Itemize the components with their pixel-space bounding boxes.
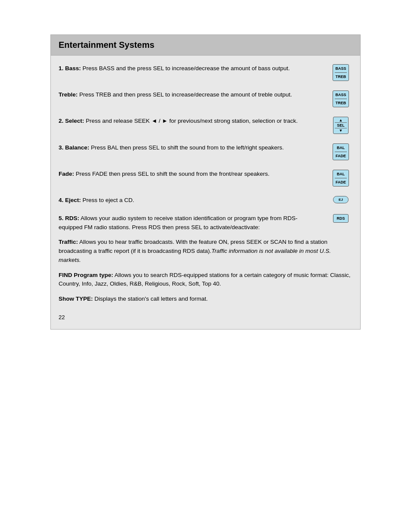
eject-button[interactable]: EJ	[333, 196, 349, 203]
treble-label: Treble:	[59, 91, 78, 98]
divider2	[335, 99, 347, 99]
rds-button[interactable]: RDS	[333, 214, 349, 223]
find-label: FIND Program type:	[59, 272, 113, 278]
bass-desc: Press BASS and the press SEL to increase…	[81, 65, 290, 72]
item-rds-text: 5. RDS: Allows your audio system to rece…	[59, 214, 329, 232]
sel-down-arrow[interactable]: ▼	[339, 128, 343, 133]
treble-desc: Press TREB and then press SEL to increas…	[78, 91, 292, 98]
item-treble-text: Treble: Press TREB and then press SEL to…	[59, 90, 329, 99]
divider3	[335, 152, 347, 152]
bal-button-2[interactable]: BAL	[334, 171, 348, 177]
section-title: Entertainment Systems	[59, 40, 352, 50]
sel-group: ▲ SEL ▼	[333, 117, 349, 134]
sel-label-btn[interactable]: SEL	[335, 122, 347, 128]
eject-number: 4.	[59, 197, 65, 203]
bal-fade-group-1: BAL FADE	[333, 143, 349, 160]
item-eject: 4. Eject: Press to eject a CD. EJ	[59, 196, 352, 205]
find-paragraph: FIND Program type: Allows you to search …	[59, 271, 352, 289]
rds-desc: Allows your audio system to receive stat…	[59, 215, 297, 230]
bass-label: Bass:	[65, 65, 81, 72]
item-balance: 3. Balance: Press BAL then press SEL to …	[59, 143, 352, 160]
bass-button-2[interactable]: BASS	[334, 92, 348, 98]
rds-label: RDS:	[65, 215, 79, 221]
balance-number: 3.	[59, 144, 65, 151]
select-desc: Press and release SEEK ◄ / ► for previou…	[84, 118, 298, 124]
eject-desc: Press to eject a CD.	[81, 197, 134, 203]
traffic-paragraph: Traffic: Allows you to hear traffic broa…	[59, 238, 352, 265]
bass-button-1[interactable]: BASS	[334, 65, 348, 72]
item-bass: 1. Bass: Press BASS and the press SEL to…	[59, 64, 352, 81]
balance-label: Balance:	[65, 144, 89, 151]
select-label: Select:	[65, 118, 84, 124]
item-rds: 5. RDS: Allows your audio system to rece…	[59, 214, 352, 232]
bass-number: 1.	[59, 65, 65, 72]
content-box: Entertainment Systems 1. Bass: Press BAS…	[50, 34, 361, 330]
item-eject-text: 4. Eject: Press to eject a CD.	[59, 196, 329, 205]
section-body: 1. Bass: Press BASS and the press SEL to…	[51, 56, 360, 329]
sel-up-arrow[interactable]: ▲	[339, 118, 343, 122]
bass-treb-group-2: BASS TREB	[333, 90, 349, 107]
rds-number: 5.	[59, 215, 65, 221]
treb-button-1[interactable]: TREB	[334, 74, 348, 80]
fade-label: Fade:	[59, 171, 74, 177]
balance-desc: Press BAL then press SEL to shift the so…	[89, 144, 283, 151]
item-select-text: 2. Select: Press and release SEEK ◄ / ► …	[59, 117, 329, 125]
page-number: 22	[59, 314, 352, 320]
select-number: 2.	[59, 118, 65, 124]
show-text: Displays the station's call letters and …	[94, 296, 208, 302]
item-bass-text: 1. Bass: Press BASS and the press SEL to…	[59, 64, 329, 73]
eject-buttons: EJ	[329, 196, 352, 203]
divider4	[335, 178, 347, 178]
item-balance-text: 3. Balance: Press BAL then press SEL to …	[59, 143, 329, 152]
item-fade-text: Fade: Press FADE then press SEL to shift…	[59, 170, 329, 178]
bal-button-1[interactable]: BAL	[334, 145, 348, 151]
balance-buttons: BAL FADE	[329, 143, 352, 160]
divider	[335, 72, 347, 73]
bass-buttons: BASS TREB	[329, 64, 352, 81]
fade-desc: Press FADE then press SEL to shift the s…	[74, 171, 269, 177]
eject-label: Eject:	[65, 197, 81, 203]
traffic-label: Traffic:	[59, 239, 78, 245]
fade-button-2[interactable]: FADE	[334, 179, 348, 185]
bal-fade-group-2: BAL FADE	[333, 170, 349, 187]
bass-treb-group-1: BASS TREB	[333, 64, 349, 81]
show-paragraph: Show TYPE: Displays the station's call l…	[59, 295, 352, 304]
select-buttons: ▲ SEL ▼	[329, 117, 352, 134]
treble-buttons: BASS TREB	[329, 90, 352, 107]
item-treble: Treble: Press TREB and then press SEL to…	[59, 90, 352, 107]
show-label: Show TYPE:	[59, 296, 93, 302]
item-fade: Fade: Press FADE then press SEL to shift…	[59, 170, 352, 187]
fade-button-1[interactable]: FADE	[334, 153, 348, 159]
section-header: Entertainment Systems	[51, 35, 360, 56]
treb-button-2[interactable]: TREB	[334, 100, 348, 106]
fade-buttons: BAL FADE	[329, 170, 352, 187]
item-select: 2. Select: Press and release SEEK ◄ / ► …	[59, 117, 352, 134]
rds-buttons: RDS	[329, 214, 352, 223]
page: Entertainment Systems 1. Bass: Press BAS…	[0, 0, 411, 532]
